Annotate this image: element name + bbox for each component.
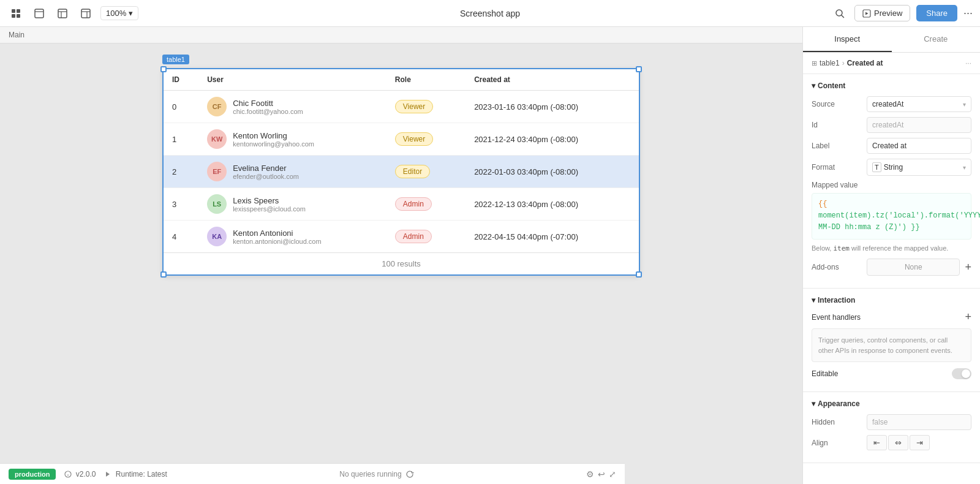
event-handlers-row: Event handlers +: [812, 311, 971, 323]
tab-inspect[interactable]: Inspect: [803, 27, 892, 52]
zoom-label: 100%: [106, 9, 126, 18]
undo-icon-btn[interactable]: ↩: [598, 469, 605, 479]
hidden-label: Hidden: [812, 418, 867, 426]
avatar: KA: [207, 227, 227, 246]
table-row[interactable]: 3 LS Lexis Speers lexisspeers@icloud.com…: [164, 188, 639, 221]
tab-create[interactable]: Create: [892, 27, 981, 52]
resize-handle-tl[interactable]: [160, 66, 167, 72]
env-badge: production: [9, 469, 56, 480]
home-icon-btn[interactable]: [7, 5, 24, 22]
bottom-center: No queries running: [339, 470, 413, 478]
runtime-icon: [104, 471, 111, 478]
content-section-header[interactable]: ▾ Content: [812, 81, 971, 90]
refresh-icon: [405, 470, 414, 478]
resize-handle-br[interactable]: [636, 271, 642, 278]
align-left-button[interactable]: ⇤: [867, 435, 887, 450]
version-icon: v: [64, 471, 72, 478]
svg-text:v: v: [67, 473, 69, 477]
addons-none: None: [867, 259, 960, 276]
preview-label: Preview: [874, 9, 902, 18]
mapped-value-label: Mapped value: [812, 181, 971, 189]
table-row[interactable]: 0 CF Chic Footitt chic.footitt@yahoo.com…: [164, 91, 639, 123]
panel-more-icon[interactable]: ···: [965, 59, 971, 67]
format-select[interactable]: T String ▾: [867, 159, 971, 176]
zoom-control[interactable]: 100% ▾: [100, 6, 138, 20]
table-label: table1: [162, 55, 189, 64]
interaction-section-header[interactable]: ▾ Interaction: [812, 296, 971, 304]
cell-role: Viewer: [386, 91, 466, 123]
data-table: ID User Role Created at 0 CF Chic Footit…: [164, 69, 639, 252]
cell-created-at: 2023-01-16 03:40pm (-08:00): [466, 91, 639, 123]
label-value: Created at: [867, 138, 971, 154]
source-select[interactable]: createdAt ▾: [867, 96, 971, 112]
cell-user: KW Kenton Worling kentonworling@yahoo.co…: [198, 123, 386, 156]
table-row[interactable]: 1 KW Kenton Worling kentonworling@yahoo.…: [164, 123, 639, 156]
user-email: kenton.antonioni@icloud.com: [233, 238, 321, 245]
id-row: Id createdAt: [812, 117, 971, 133]
table-icon: ⊞: [812, 59, 817, 67]
svg-rect-1: [17, 9, 20, 13]
results-footer: 100 results: [164, 252, 639, 274]
addons-row: Add-ons None +: [812, 259, 971, 276]
canvas-content[interactable]: table1 ID User Role Created at: [0, 43, 802, 482]
interaction-label: Interaction: [818, 296, 855, 304]
avatar: CF: [207, 97, 227, 116]
svg-rect-0: [12, 9, 15, 13]
user-info: Kenton Antonioni kenton.antonioni@icloud…: [233, 229, 321, 245]
cell-id: 4: [164, 221, 198, 253]
editable-label: Editable: [812, 369, 838, 378]
id-input[interactable]: createdAt: [867, 117, 971, 133]
role-badge: Viewer: [395, 100, 433, 113]
expand-icon-btn[interactable]: ⤢: [609, 469, 616, 479]
svg-rect-3: [17, 14, 20, 18]
resize-handle-bl[interactable]: [160, 271, 167, 278]
role-badge: Viewer: [395, 132, 433, 146]
search-btn[interactable]: [831, 5, 848, 22]
query-status-label: No queries running: [339, 470, 401, 478]
table-row[interactable]: 2 EF Evelina Fender efender@outlook.com …: [164, 156, 639, 188]
format-type-icon: T: [872, 162, 881, 172]
source-value: createdAt ▾: [867, 96, 971, 112]
align-right-button[interactable]: ⇥: [910, 435, 930, 450]
add-event-handler-button[interactable]: +: [965, 311, 971, 323]
mapped-value-section: Mapped value {{ moment(item).tz('local')…: [812, 181, 971, 254]
cell-created-at: 2022-01-03 03:40pm (-08:00): [466, 156, 639, 188]
share-button[interactable]: Share: [916, 5, 957, 21]
svg-marker-17: [106, 472, 110, 477]
preview-button[interactable]: Preview: [854, 5, 910, 21]
resize-handle-tr[interactable]: [636, 66, 642, 72]
cell-id: 3: [164, 188, 198, 221]
role-badge: Admin: [395, 197, 432, 211]
appearance-section-header[interactable]: ▾ Appearance: [812, 399, 971, 408]
align-center-button[interactable]: ⇔: [888, 435, 908, 450]
table-row[interactable]: 4 KA Kenton Antonioni kenton.antonioni@i…: [164, 221, 639, 253]
layout-btn-3[interactable]: [77, 5, 94, 22]
hint-text: Below, item will reference the mapped va…: [812, 243, 971, 254]
add-addon-button[interactable]: +: [965, 261, 971, 274]
user-name: Lexis Speers: [233, 196, 306, 205]
cell-role: Admin: [386, 188, 466, 221]
hint-item-code: item: [833, 244, 850, 252]
layout-btn-2[interactable]: [54, 5, 71, 22]
svg-line-13: [842, 15, 844, 18]
bottom-icons: ⚙ ↩ ⤢: [586, 469, 616, 479]
align-row: Align ⇤ ⇔ ⇥: [812, 435, 971, 450]
table-header-row: ID User Role Created at: [164, 69, 639, 91]
editable-toggle[interactable]: [952, 368, 971, 379]
topbar-right: Preview Share ···: [831, 5, 973, 22]
hidden-input[interactable]: false: [867, 414, 971, 430]
settings-icon-btn[interactable]: ⚙: [586, 469, 594, 479]
col-header-user: User: [198, 69, 386, 91]
table-container: ID User Role Created at 0 CF Chic Footit…: [162, 68, 640, 276]
layout-icon-3: [81, 9, 91, 18]
layout-btn-1[interactable]: [31, 5, 48, 22]
label-input[interactable]: Created at: [867, 138, 971, 154]
event-placeholder: Trigger queries, control components, or …: [812, 328, 971, 362]
user-email: efender@outlook.com: [233, 173, 299, 180]
panel-breadcrumb-table: table1: [820, 59, 840, 67]
more-options-button[interactable]: ···: [963, 7, 973, 20]
cell-created-at: 2022-04-15 04:40pm (-07:00): [466, 221, 639, 253]
svg-rect-9: [81, 9, 90, 18]
version-label: v v2.0.0: [64, 470, 96, 478]
user-info: Lexis Speers lexisspeers@icloud.com: [233, 196, 306, 213]
